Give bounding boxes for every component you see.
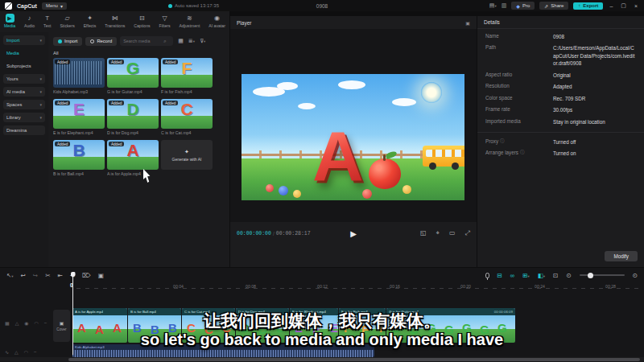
capcut-logo-icon [5,2,12,10]
record-button[interactable]: Record [85,37,117,46]
tab-ai-avatar[interactable]: ◉AI avatar [208,13,226,32]
redo-icon[interactable]: ↪ [33,272,38,279]
field-label: Name [485,33,553,40]
media-thumbnail[interactable]: AddedA [107,140,159,170]
media-thumbnail[interactable]: AddedC [161,99,213,129]
tab-captions[interactable]: ⊟Captions [133,13,151,32]
media-thumbnail[interactable]: AddedD [107,99,159,129]
focus-icon[interactable]: ⌖ [436,229,440,237]
media-item[interactable]: Added Kids Alphabet.mp3 [53,58,105,94]
record-icon [90,39,94,43]
media-search-box[interactable]: ⌕ [120,36,173,46]
ruler-ticks [76,288,640,289]
fullscreen-icon[interactable]: ⤢ [465,229,470,237]
sidebar-item-yours[interactable]: Yours▾ [3,74,45,84]
mute-track-icon[interactable]: ◠ [24,349,28,355]
collapse-track-icon[interactable]: − [34,349,37,354]
split-icon[interactable]: ✂ [45,272,50,279]
autosave-dot-icon [168,4,172,8]
effects-icon: ✦ [87,14,93,23]
ruler-label: 00:12 [317,284,328,289]
video-preview[interactable]: A [242,74,464,200]
media-item[interactable]: AddedC C is for Cat.mp4 [161,99,213,135]
compound-clip-icon[interactable]: ▣ [98,272,104,279]
preview-frame-icon[interactable]: ⊡ [553,272,558,279]
media-item[interactable]: AddedB B is for Ball.mp4 [53,140,105,176]
smart-edit-icon[interactable]: ∞ [510,272,514,279]
media-thumbnail[interactable]: AddedE [53,99,105,129]
close-button[interactable]: × [633,3,639,9]
media-section-all[interactable]: All [48,46,229,58]
media-item[interactable]: AddedD D is for Dog.mp4 [107,99,159,135]
tab-adjustment[interactable]: ≋Adjustment [178,13,200,32]
timeline-zoom-slider[interactable] [580,274,625,276]
lock-track-icon[interactable]: △ [14,349,19,355]
ruler-label: 00:16 [390,284,400,289]
search-input[interactable] [123,39,162,43]
media-item[interactable]: AddedE E is for Elephant.mp4 [53,99,105,135]
ball-art [293,190,301,198]
scrollbar-thumb[interactable] [68,358,640,361]
import-icon [58,39,62,43]
delete-icon[interactable]: ⌦ [82,272,91,279]
voiceover-mic-icon[interactable] [485,273,489,278]
speed-tool-icon[interactable]: ⊞▾ [522,272,530,279]
media-thumbnail[interactable]: AddedG [107,58,159,88]
mask-tool-icon[interactable]: ◧▾ [538,272,545,279]
sort-icon[interactable]: ≣▾ [188,38,195,44]
ball-art [402,185,411,194]
capcut-window: CapCut Menu▾ Auto saved 13:17:35 0908 ▤▾… [0,0,644,362]
media-item[interactable]: AddedF F is for Fish.mp4 [161,58,213,94]
media-thumbnail[interactable]: AddedB [53,140,105,170]
layout-toggle-icon[interactable]: ▤▾ [489,2,497,9]
media-item[interactable]: AddedA A is for Apple.mp4 [107,140,159,176]
tab-filters[interactable]: ▽Filters [159,13,171,32]
zoom-slider-knob[interactable] [588,273,593,278]
ratio-icon[interactable]: ▭ [449,229,456,237]
audio-wave-icon[interactable]: ∿ [5,349,9,355]
timeline-ruler[interactable]: 0 00:04 00:08 00:12 00:16 00:20 00:24 00… [0,282,644,293]
tab-audio[interactable]: ♪Audio [23,13,35,32]
delete-left-icon[interactable]: ⇤ [57,272,62,279]
maximize-button[interactable]: ▢ [619,2,628,9]
tab-transitions[interactable]: ⋈Transitions [104,13,126,32]
pro-button[interactable]: ◆Pro [511,2,535,10]
field-label: Imported media [485,118,553,125]
sidebar-item-spaces[interactable]: Spaces▾ [3,100,45,109]
tab-stickers[interactable]: ▱Stickers [59,13,75,32]
sidebar-item-ai-media[interactable]: AI media▾ [3,87,45,97]
timeline-scrollbar[interactable] [0,357,644,361]
undo-icon[interactable]: ↩ [21,272,26,279]
player-panel: Player▣ A 00:00:00:00 [230,16,477,267]
sidebar-item-subprojects[interactable]: Subprojects [3,61,45,71]
sidebar-item-library[interactable]: Library▾ [3,113,45,122]
school-bus-art [423,146,464,167]
share-button[interactable]: ⇗Share [539,2,568,10]
menu-button[interactable]: Menu▾ [42,2,67,10]
zoom-fit-icon[interactable]: ⊙ [633,272,638,279]
select-tool-icon[interactable]: ↖▾ [6,272,14,279]
transition-tool-icon[interactable]: ⊟ [497,272,502,279]
tab-effects[interactable]: ✦Effects [83,13,97,32]
generate-ai-card[interactable]: ✦Generate with AI [161,140,213,176]
filter-type-icon[interactable]: ⊽▾ [200,38,205,44]
preview-quality-icon[interactable]: ◱ [420,229,427,237]
import-button[interactable]: Import [53,37,82,46]
media-item-name: C is for Cat.mp4 [161,130,213,135]
minimize-button[interactable]: – [608,3,614,9]
export-button[interactable]: ↑Export [573,2,603,10]
layout-panel-icon[interactable]: ▥ [502,2,507,9]
sidebar-item-import[interactable]: Import▾ [3,35,45,45]
media-thumbnail[interactable]: AddedF [161,58,213,88]
media-item[interactable]: AddedG G is for Guitar.mp4 [107,58,159,94]
view-grid-icon[interactable]: ▦ [178,38,184,44]
panel-options-icon[interactable]: ▣ [465,20,470,26]
modify-button[interactable]: Modify [605,251,638,261]
tab-text[interactable]: TText [43,13,52,32]
media-thumbnail-audio[interactable]: Added [53,58,105,88]
tab-media[interactable]: ▶Media [3,13,16,32]
sidebar-item-dreamina[interactable]: Dreamina [3,125,45,135]
snapping-icon[interactable]: ⊙ [566,272,571,279]
sidebar-item-media[interactable]: Media [3,48,45,58]
sparkle-icon: ✦ [184,149,189,155]
